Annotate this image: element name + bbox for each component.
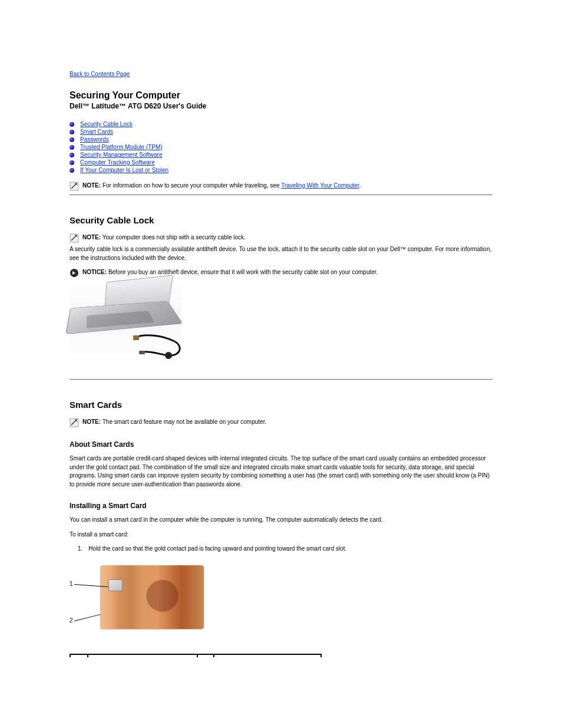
- body-security-cable-lock: A security cable lock is a commercially …: [70, 245, 492, 262]
- smart-card-chip: [108, 579, 123, 591]
- callout-1: 1: [70, 581, 73, 587]
- bullet-icon: [70, 160, 74, 165]
- toc-item: Computer Tracking Software: [70, 159, 492, 166]
- table-of-contents: Security Cable Lock Smart Cards Password…: [70, 121, 492, 173]
- page-title: Securing Your Computer: [70, 90, 492, 101]
- note-row-travel: NOTE: For information on how to secure y…: [70, 182, 492, 195]
- toc-item: Smart Cards: [70, 129, 492, 135]
- smart-card-image: [100, 565, 204, 629]
- note-suffix: .: [359, 182, 361, 189]
- toc-link-tpm[interactable]: Trusted Platform Module (TPM): [80, 144, 163, 150]
- step-text: Hold the card so that the gold contact p…: [88, 545, 346, 554]
- svg-point-3: [165, 352, 172, 359]
- bullet-icon: [70, 145, 74, 150]
- toc-link-security-cable-lock[interactable]: Security Cable Lock: [80, 121, 133, 127]
- heading-installing-smart-card: Installing a Smart Card: [70, 502, 492, 510]
- toc-item: If Your Computer Is Lost or Stolen: [70, 167, 492, 173]
- toc-link-security-mgmt[interactable]: Security Management Software: [80, 151, 163, 158]
- body-about-smart-cards: Smart cards are portable credit-card sha…: [70, 454, 492, 489]
- notice-body: Before you buy an antitheft device, ensu…: [107, 269, 378, 275]
- note-row-no-lock: NOTE: Your computer does not ship with a…: [70, 233, 492, 243]
- note-text: NOTE: Your computer does not ship with a…: [82, 233, 246, 242]
- heading-smart-cards: Smart Cards: [70, 400, 492, 410]
- note-link-traveling[interactable]: Traveling With Your Computer: [281, 182, 359, 189]
- note-label: NOTE:: [82, 234, 101, 241]
- figure-laptop-lock: [70, 282, 181, 365]
- notice-row-antitheft: NOTICE: Before you buy an antitheft devi…: [70, 268, 492, 278]
- toc-item: Security Management Software: [70, 151, 492, 158]
- step-number: 1.: [78, 545, 82, 554]
- bullet-icon: [70, 130, 74, 134]
- note-icon: [70, 418, 79, 427]
- note-text: NOTE: The smart card feature may not be …: [82, 418, 266, 426]
- note-body: The smart card feature may not be availa…: [101, 419, 266, 425]
- page-subtitle: Dell™ Latitude™ ATG D620 User's Guide: [70, 102, 492, 110]
- steps-intro: To install a smart card:: [70, 531, 492, 539]
- svg-rect-4: [133, 335, 139, 340]
- body-installing-smart-card: You can install a smart card in the comp…: [70, 516, 492, 525]
- note-icon: [70, 233, 79, 243]
- callout-2: 2: [70, 617, 73, 624]
- note-icon: [70, 182, 79, 191]
- figure-smart-card: 1 2: [70, 563, 209, 640]
- svg-rect-1: [70, 234, 78, 242]
- step-1: 1. Hold the card so that the gold contac…: [70, 545, 492, 554]
- bullet-icon: [70, 153, 74, 157]
- svg-rect-6: [70, 419, 78, 427]
- notice-text: NOTICE: Before you buy an antitheft devi…: [82, 268, 378, 276]
- table-top-border: [70, 654, 322, 657]
- section-separator: [70, 379, 492, 380]
- note-label: NOTE:: [82, 419, 101, 425]
- heading-security-cable-lock: Security Cable Lock: [70, 215, 492, 225]
- notice-label: NOTICE:: [82, 269, 107, 275]
- note-label: NOTE:: [82, 182, 101, 189]
- note-text: NOTE: For information on how to secure y…: [82, 182, 361, 190]
- bullet-icon: [70, 168, 74, 173]
- bullet-icon: [70, 122, 74, 127]
- toc-link-smart-cards[interactable]: Smart Cards: [80, 129, 113, 135]
- note-body: For information on how to secure your co…: [101, 182, 281, 189]
- toc-item: Security Cable Lock: [70, 121, 492, 127]
- bullet-icon: [70, 137, 74, 142]
- heading-about-smart-cards: About Smart Cards: [70, 440, 492, 449]
- svg-rect-0: [70, 182, 78, 190]
- toc-item: Trusted Platform Module (TPM): [70, 144, 492, 150]
- toc-link-tracking[interactable]: Computer Tracking Software: [80, 159, 155, 166]
- toc-link-passwords[interactable]: Passwords: [80, 136, 109, 143]
- svg-rect-5: [139, 351, 145, 354]
- notice-icon: [70, 268, 79, 278]
- toc-item: Passwords: [70, 136, 492, 143]
- back-to-contents-link[interactable]: Back to Contents Page: [70, 71, 130, 77]
- toc-link-lost-stolen[interactable]: If Your Computer Is Lost or Stolen: [80, 167, 168, 173]
- note-row-smartcard-avail: NOTE: The smart card feature may not be …: [70, 418, 492, 427]
- note-body: Your computer does not ship with a secur…: [101, 234, 246, 241]
- callout-line: [74, 614, 101, 621]
